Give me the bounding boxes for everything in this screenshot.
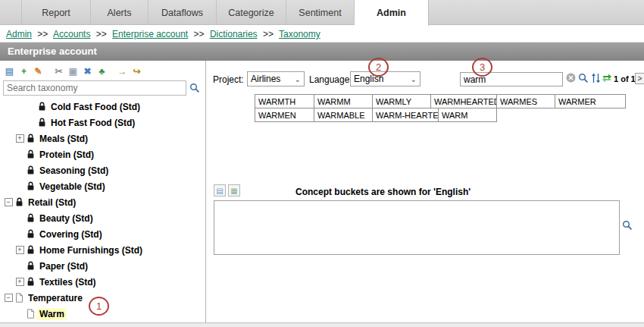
import-icon[interactable]: →	[116, 64, 129, 77]
page-title-bar: Enterprise account	[0, 42, 644, 61]
breadcrumb-link-accounts[interactable]: Accounts	[53, 29, 90, 39]
lock-icon	[25, 149, 36, 159]
edit-node-icon[interactable]: ✎	[32, 64, 45, 77]
term-cell[interactable]: WARMLY	[372, 94, 431, 108]
term-cell[interactable]: WARMABLE	[314, 108, 373, 122]
tree-item[interactable]: + Textiles (Std)	[0, 274, 205, 290]
expand-plus-icon[interactable]: +	[16, 246, 24, 254]
lock-icon	[25, 213, 36, 223]
tree-item-label: Paper (Std)	[37, 260, 90, 272]
breadcrumb-separator: >>	[37, 29, 48, 39]
tree-item-label: Seasoning (Std)	[37, 165, 111, 177]
tree-item[interactable]: Covering (Std)	[0, 226, 205, 242]
taxonomy-panel: ▤ + ✎ ✂ ▣ ✖ ♣ → ↪ Cold Fast Food (Std)	[0, 61, 206, 322]
breadcrumb-separator: >>	[263, 29, 274, 39]
term-cell[interactable]: WARMHEARTED	[430, 94, 497, 108]
tree-item-label: Protein (Std)	[37, 149, 96, 161]
project-label: Project:	[213, 74, 244, 85]
bottom-divider	[0, 322, 644, 327]
project-select-value: Airlines	[251, 74, 280, 84]
taxonomy-search-row	[3, 80, 203, 96]
add-concept-bucket-icon[interactable]: ▤	[214, 184, 226, 197]
tree-item[interactable]: Hot Fast Food (Std)	[0, 115, 205, 130]
annotation-circle-3: 3	[472, 58, 492, 77]
tree-item-label: Vegetable (Std)	[37, 181, 108, 193]
next-page-button[interactable]: >	[635, 73, 644, 84]
lock-icon	[25, 245, 36, 255]
breadcrumb-separator: >>	[194, 29, 205, 39]
sort-icon[interactable]	[591, 73, 601, 83]
tab-categorize[interactable]: Categorize	[217, 0, 286, 25]
tab-sentiment[interactable]: Sentiment	[286, 0, 355, 25]
breadcrumb-link-dictionaries[interactable]: Dictionaries	[210, 29, 258, 39]
pagination-label: 1 of 1	[614, 74, 636, 83]
terms-row: WARMTH WARMM WARMLY WARMHEARTED WARMES W…	[255, 94, 625, 108]
breadcrumb-link-enterprise-account[interactable]: Enterprise account	[112, 29, 188, 39]
term-cell[interactable]: WARMER	[555, 94, 626, 108]
tree-item-label: Temperature	[26, 292, 85, 304]
tab-admin[interactable]: Admin	[355, 0, 429, 26]
breadcrumb-link-taxonomy[interactable]: Taxonomy	[279, 29, 320, 39]
breadcrumb-link-admin[interactable]: Admin	[6, 29, 32, 39]
lock-icon	[14, 197, 24, 207]
tree-item[interactable]: Paper (Std)	[0, 258, 205, 274]
search-icon[interactable]	[578, 73, 589, 83]
edit-concept-bucket-icon[interactable]: ▦	[228, 184, 240, 197]
term-cell[interactable]: WARMTH	[255, 94, 314, 108]
language-label: Language:	[309, 74, 352, 85]
tree-item-label: Hot Fast Food (Std)	[48, 117, 137, 129]
document-icon	[25, 309, 36, 319]
clear-search-icon[interactable]	[566, 73, 576, 83]
tree-item-label: Warm	[37, 308, 67, 320]
lock-icon	[25, 261, 36, 271]
concept-bucket-textarea[interactable]	[214, 200, 620, 255]
collapse-minus-icon[interactable]: −	[5, 198, 13, 206]
delete-icon[interactable]: ✖	[81, 64, 94, 77]
hierarchy-icon[interactable]: ♣	[95, 64, 108, 77]
export-icon[interactable]: ↪	[130, 64, 143, 77]
terms-row: WARMEN WARMABLE WARM-HEARTED WARM	[255, 108, 625, 122]
tree-item[interactable]: Cold Fast Food (Std)	[0, 99, 205, 115]
term-cell[interactable]: WARM	[438, 108, 497, 122]
project-select[interactable]: Airlines ⌄	[247, 71, 305, 86]
expand-plus-icon[interactable]: +	[16, 134, 24, 143]
tree-item[interactable]: + Meals (Std)	[0, 130, 205, 146]
top-nav-bar: Report Alerts Dataflows Categorize Senti…	[0, 0, 644, 25]
tree-item-label: Meals (Std)	[37, 133, 90, 145]
lock-icon	[25, 277, 36, 287]
tree-item-label: Beauty (Std)	[37, 212, 95, 225]
taxonomy-search-input[interactable]	[3, 80, 186, 96]
collapse-minus-icon[interactable]: −	[5, 294, 13, 302]
annotation-circle-2: 2	[368, 58, 389, 77]
tree-item[interactable]: + Home Furnishings (Std)	[0, 242, 205, 258]
add-node-icon[interactable]: +	[17, 64, 30, 77]
tree-item[interactable]: Protein (Std)	[0, 146, 205, 162]
new-category-icon[interactable]: ▤	[3, 64, 16, 77]
term-cell[interactable]: WARM-HEARTED	[372, 108, 439, 122]
search-icon[interactable]	[189, 83, 200, 96]
taxonomy-toolbar: ▤ + ✎ ✂ ▣ ✖ ♣ → ↪	[3, 64, 143, 77]
lock-icon	[25, 134, 36, 143]
refresh-icon[interactable]	[602, 73, 612, 83]
tree-item[interactable]: Seasoning (Std)	[0, 162, 205, 178]
tree-item[interactable]: Beauty (Std)	[0, 210, 205, 226]
tree-item[interactable]: Vegetable (Std)	[0, 178, 205, 194]
tab-dataflows[interactable]: Dataflows	[148, 0, 217, 25]
term-cell[interactable]: WARMM	[314, 94, 373, 108]
expand-plus-icon[interactable]: +	[16, 278, 24, 286]
page-title: Enterprise account	[8, 46, 97, 57]
tree-item[interactable]: − Retail (Std)	[0, 194, 205, 210]
tab-report[interactable]: Report	[21, 0, 91, 25]
magnifier-icon[interactable]	[622, 220, 633, 231]
content-panel: Project: Airlines ⌄ Language: English ⌄ …	[206, 61, 644, 322]
tree-item-label: Cold Fast Food (Std)	[48, 101, 142, 113]
app-window: Report Alerts Dataflows Categorize Senti…	[0, 0, 644, 327]
tab-alerts[interactable]: Alerts	[91, 0, 148, 25]
taxonomy-tree: Cold Fast Food (Std) Hot Fast Food (Std)…	[0, 99, 205, 322]
term-cell[interactable]: WARMES	[496, 94, 555, 108]
lock-icon	[25, 165, 36, 175]
term-cell[interactable]: WARMEN	[255, 108, 314, 122]
copy-icon[interactable]: ▣	[67, 64, 80, 77]
tree-item-label: Home Furnishings (Std)	[37, 244, 145, 256]
cut-icon[interactable]: ✂	[52, 64, 65, 77]
